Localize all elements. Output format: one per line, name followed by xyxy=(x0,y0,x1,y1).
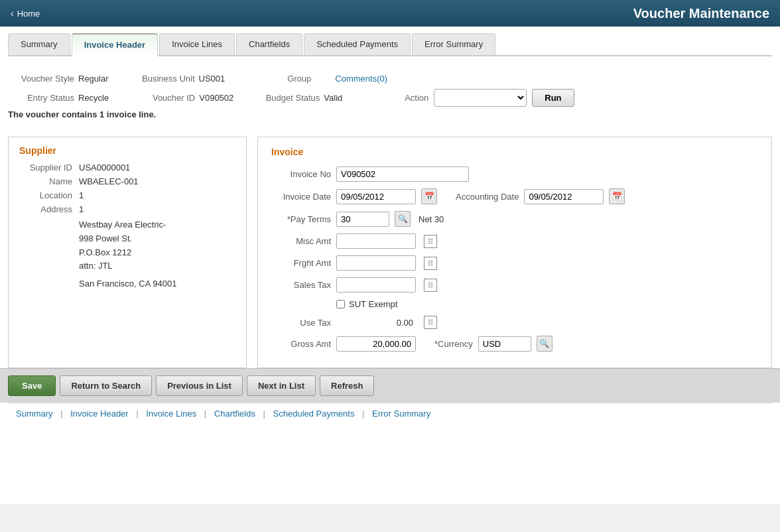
invoice-date-row: Invoice Date 📅 Accounting Date 📅 xyxy=(271,188,758,204)
sales-tax-grid-icon[interactable]: ☷ xyxy=(424,279,437,292)
supplier-box: Supplier Supplier ID USA0000001 Name WBA… xyxy=(8,137,247,368)
run-button[interactable]: Run xyxy=(532,89,574,107)
save-button[interactable]: Save xyxy=(8,375,56,396)
supplier-id-value: USA0000001 xyxy=(79,163,130,172)
supplier-location-row: Location 1 xyxy=(19,190,235,200)
footer-link-bar: Summary | Invoice Header | Invoice Lines… xyxy=(8,403,772,424)
footer-link-error-summary[interactable]: Error Summary xyxy=(367,409,436,419)
sut-exempt-label: SUT Exempt xyxy=(349,299,397,309)
use-tax-label: Use Tax xyxy=(271,318,331,328)
entry-status-item: Entry Status Recycle xyxy=(8,93,109,103)
business-unit-label: Business Unit xyxy=(129,74,195,84)
invoice-date-calendar-icon[interactable]: 📅 xyxy=(421,188,437,204)
footer-link-chartfields[interactable]: Chartfields xyxy=(209,409,261,419)
invoice-no-label: Invoice No xyxy=(271,169,331,179)
voucher-id-item: Voucher ID V090502 xyxy=(129,93,233,103)
invoice-box: Invoice Invoice No Invoice Date 📅 Accoun… xyxy=(257,137,772,368)
tab-scheduled-payments[interactable]: Scheduled Payments xyxy=(304,33,411,55)
frght-amt-grid-icon[interactable]: ☷ xyxy=(424,257,437,270)
frght-amt-input[interactable] xyxy=(336,255,416,271)
business-unit-item: Business Unit US001 xyxy=(129,74,226,84)
action-select[interactable] xyxy=(434,89,527,107)
sut-exempt-checkbox[interactable] xyxy=(336,300,345,308)
voucher-style-item: Voucher Style Regular xyxy=(8,74,109,84)
tab-error-summary[interactable]: Error Summary xyxy=(412,33,495,55)
supplier-addr-line3: P.O.Box 1212 xyxy=(79,246,235,260)
voucher-style-label: Voucher Style xyxy=(8,74,74,84)
misc-amt-grid-icon[interactable]: ☷ xyxy=(424,235,437,248)
voucher-meta-section: Voucher Style Regular Business Unit US00… xyxy=(8,67,772,130)
sales-tax-input[interactable] xyxy=(336,277,416,293)
sales-tax-row: Sales Tax ☷ xyxy=(271,277,758,293)
frght-amt-row: Frght Amt ☷ xyxy=(271,255,758,271)
currency-label: *Currency xyxy=(434,339,473,349)
tab-bar: Summary Invoice Header Invoice Lines Cha… xyxy=(8,33,772,56)
entry-status-value: Recycle xyxy=(78,93,109,103)
supplier-name-row: Name WBAELEC-001 xyxy=(19,176,235,186)
supplier-id-row: Supplier ID USA0000001 xyxy=(19,163,235,172)
frght-amt-label: Frght Amt xyxy=(271,258,331,268)
return-to-search-button[interactable]: Return to Search xyxy=(60,375,152,396)
page-title: Voucher Maintenance xyxy=(40,6,769,21)
previous-in-list-button[interactable]: Previous in List xyxy=(156,375,243,396)
next-in-list-button[interactable]: Next in List xyxy=(247,375,316,396)
action-item: Action Run xyxy=(362,89,574,107)
supplier-invoice-section: Supplier Supplier ID USA0000001 Name WBA… xyxy=(8,137,772,368)
currency-input[interactable] xyxy=(478,336,531,352)
gross-amt-label: Gross Amt xyxy=(271,339,331,349)
supplier-addr-line1: Westbay Area Electric- xyxy=(79,218,235,232)
supplier-name-label: Name xyxy=(19,176,72,186)
entry-status-label: Entry Status xyxy=(8,93,74,103)
home-label: Home xyxy=(17,9,40,19)
supplier-name-value: WBAELEC-001 xyxy=(79,176,139,186)
supplier-addr-line4: attn: JTL xyxy=(79,259,235,273)
misc-amt-input[interactable] xyxy=(336,233,416,249)
currency-search-icon[interactable]: 🔍 xyxy=(537,336,552,352)
supplier-addr-line2: 998 Powel St. xyxy=(79,232,235,246)
action-label: Action xyxy=(362,93,428,103)
supplier-section-title: Supplier xyxy=(19,145,235,156)
invoice-no-input[interactable] xyxy=(336,166,469,182)
misc-amt-label: Misc Amt xyxy=(271,236,331,246)
voucher-message: The voucher contains 1 invoice line. xyxy=(8,109,772,119)
invoice-no-row: Invoice No xyxy=(271,166,758,182)
tab-invoice-header[interactable]: Invoice Header xyxy=(72,33,159,56)
use-tax-value: 0.00 xyxy=(336,318,416,328)
gross-amt-input[interactable] xyxy=(336,336,416,352)
gross-amt-row: Gross Amt *Currency 🔍 xyxy=(271,336,758,352)
use-tax-row: Use Tax 0.00 ☷ xyxy=(271,316,758,329)
voucher-id-value: V090502 xyxy=(199,93,233,103)
footer-link-summary[interactable]: Summary xyxy=(16,409,58,419)
pay-terms-label: *Pay Terms xyxy=(271,214,331,224)
misc-amt-row: Misc Amt ☷ xyxy=(271,233,758,249)
supplier-location-value: 1 xyxy=(79,190,84,200)
tab-summary[interactable]: Summary xyxy=(8,33,70,55)
accounting-date-input[interactable] xyxy=(524,189,604,204)
home-button[interactable]: ‹ Home xyxy=(11,8,40,19)
tab-chartfields[interactable]: Chartfields xyxy=(236,33,302,55)
invoice-date-label: Invoice Date xyxy=(271,192,331,202)
meta-row-1: Voucher Style Regular Business Unit US00… xyxy=(8,74,772,84)
accounting-date-calendar-icon[interactable]: 📅 xyxy=(609,188,625,204)
footer-link-invoice-header[interactable]: Invoice Header xyxy=(65,409,133,419)
supplier-address-block: Westbay Area Electric- 998 Powel St. P.O… xyxy=(79,218,235,291)
supplier-id-label: Supplier ID xyxy=(19,163,72,172)
footer-link-invoice-lines[interactable]: Invoice Lines xyxy=(141,409,202,419)
budget-status-value: Valid xyxy=(324,93,342,103)
comments-item[interactable]: Comments(0) xyxy=(335,74,387,84)
tab-invoice-lines[interactable]: Invoice Lines xyxy=(159,33,235,55)
pay-terms-input[interactable] xyxy=(336,212,389,227)
pay-terms-desc: Net 30 xyxy=(419,214,444,224)
voucher-style-value: Regular xyxy=(78,74,109,84)
invoice-date-input[interactable] xyxy=(336,189,416,204)
refresh-button[interactable]: Refresh xyxy=(320,375,374,396)
supplier-address-label: Address xyxy=(19,204,72,214)
footer-link-scheduled-payments[interactable]: Scheduled Payments xyxy=(268,409,360,419)
meta-row-2: Entry Status Recycle Voucher ID V090502 … xyxy=(8,89,772,107)
pay-terms-search-icon[interactable]: 🔍 xyxy=(395,211,411,227)
footer-button-bar: Save Return to Search Previous in List N… xyxy=(0,368,780,403)
use-tax-grid-icon[interactable]: ☷ xyxy=(424,316,437,329)
voucher-id-label: Voucher ID xyxy=(129,93,195,103)
comments-link[interactable]: Comments(0) xyxy=(335,74,387,84)
group-label: Group xyxy=(245,74,311,84)
